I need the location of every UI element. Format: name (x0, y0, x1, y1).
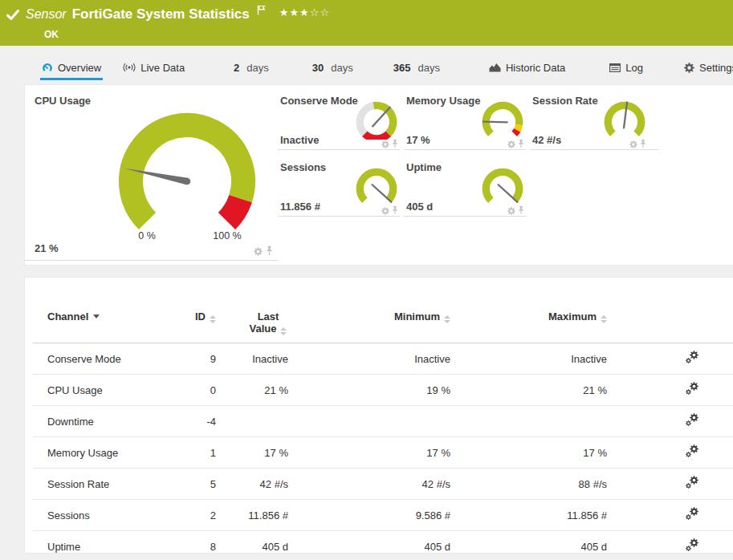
cpu-usage-title: CPU Usage (35, 95, 91, 107)
table-row: Conserve Mode 9 Inactive Inactive Inacti… (33, 343, 733, 375)
sessions-gauge (354, 166, 399, 206)
sort-toggle-icon[interactable] (280, 327, 287, 335)
flag-icon[interactable] (257, 3, 266, 19)
channel-id: 8 (184, 531, 216, 560)
sensor-header: Sensor FortiGate System Statistics ★★★☆☆… (0, 0, 733, 46)
channel-minimum: 19 % (288, 375, 450, 406)
table-row: Uptime 8 405 d 405 d 405 d (33, 531, 733, 560)
channel-last-value: 11.856 # (216, 500, 288, 531)
channel-name: Downtime (33, 406, 184, 437)
column-header-channel[interactable]: Channel (33, 278, 184, 343)
tab-bar: Overview Live Data 2days 30days 365days … (0, 46, 733, 80)
overview-panel: CPU Usage 0 % 100 % 21 % Conserve Mode I… (24, 84, 733, 266)
channel-minimum: 405 d (288, 531, 450, 560)
column-header-maximum[interactable]: Maximum (450, 278, 607, 343)
tab-log[interactable]: Log (608, 57, 645, 80)
table-row: Sessions 2 11.856 # 9.586 # 11.856 # (33, 500, 733, 531)
edit-channel-icon[interactable] (686, 382, 699, 396)
tab-30-days[interactable]: 30days (311, 57, 355, 80)
historic-chart-icon (489, 63, 501, 72)
channel-maximum: 17 % (450, 437, 607, 469)
tab-30-days-unit: days (331, 62, 352, 74)
stars-filled[interactable]: ★★★ (279, 6, 310, 18)
sort-toggle-icon[interactable] (210, 315, 216, 323)
channel-minimum: 42 #/s (288, 469, 450, 500)
stars-empty[interactable]: ☆☆ (310, 6, 330, 18)
gauge-pin-icon[interactable] (518, 205, 524, 215)
channel-table-body: Conserve Mode 9 Inactive Inactive Inacti… (33, 343, 733, 560)
sort-toggle-icon[interactable] (444, 315, 450, 323)
channel-last-value (216, 406, 288, 437)
gauge-pin-icon[interactable] (640, 139, 646, 148)
gauge-scale-max: 100 % (213, 230, 241, 241)
memory-usage-value: 17 % (406, 134, 430, 146)
object-kind-label: Sensor (26, 7, 67, 22)
tab-live-data[interactable]: Live Data (121, 57, 186, 80)
edit-channel-icon[interactable] (686, 413, 699, 427)
column-header-id[interactable]: ID (184, 278, 216, 343)
column-header-minimum[interactable]: Minimum (288, 278, 450, 343)
tab-2-days-unit: days (246, 62, 268, 74)
tab-365-days-number: 365 (393, 62, 411, 74)
tab-2-days-number: 2 (234, 62, 239, 74)
tab-settings[interactable]: Settings (682, 57, 733, 80)
cpu-usage-gauge: 0 % 100 % (107, 101, 267, 244)
conserve-mode-value: Inactive (280, 134, 319, 146)
tab-365-days[interactable]: 365days (392, 57, 442, 80)
sort-toggle-icon[interactable] (601, 315, 607, 323)
column-header-last-value-label: Last Value (250, 310, 279, 335)
memory-usage-title: Memory Usage (406, 95, 480, 107)
channel-last-value: Inactive (216, 343, 288, 375)
tab-365-days-unit: days (417, 62, 439, 74)
cpu-usage-tile: CPU Usage 0 % 100 % 21 % (25, 85, 278, 261)
sort-desc-icon[interactable] (93, 314, 100, 319)
table-row: Memory Usage 1 17 % 17 % 17 % (33, 437, 733, 469)
session-rate-tile: Session Rate 42 #/s (530, 91, 659, 150)
sessions-title: Sessions (280, 161, 326, 173)
table-header-row: Channel ID Last Value Minimum Maximum (33, 278, 733, 343)
uptime-title: Uptime (406, 161, 442, 173)
column-header-actions (607, 278, 733, 343)
channel-maximum (450, 406, 607, 437)
edit-channel-icon[interactable] (686, 444, 699, 458)
gauge-pin-icon[interactable] (392, 205, 398, 215)
gauge-settings-gear-icon[interactable] (381, 140, 389, 148)
status-badge: OK (44, 29, 59, 40)
channel-minimum: 17 % (288, 437, 450, 469)
channel-id: 2 (184, 500, 216, 531)
channel-name: Uptime (33, 531, 184, 560)
gauge-settings-gear-icon[interactable] (507, 207, 515, 215)
column-header-last-value[interactable]: Last Value (216, 278, 288, 343)
tab-2-days[interactable]: 2days (232, 57, 271, 80)
memory-usage-gauge (480, 99, 525, 140)
channel-minimum (288, 406, 450, 437)
gauge-pin-icon[interactable] (392, 139, 398, 148)
channel-name: Memory Usage (33, 437, 184, 469)
channel-last-value: 21 % (216, 375, 288, 406)
log-list-icon (609, 63, 621, 72)
edit-channel-icon[interactable] (686, 538, 699, 552)
sessions-value: 11.856 # (280, 201, 320, 213)
uptime-gauge (480, 166, 525, 206)
edit-channel-icon[interactable] (686, 476, 699, 489)
ok-check-icon (6, 9, 19, 23)
gauge-settings-gear-icon[interactable] (629, 140, 637, 148)
page-title: FortiGate System Statistics (72, 6, 250, 22)
channel-table-panel: Channel ID Last Value Minimum Maximum Co… (24, 277, 733, 554)
gauge-settings-gear-icon[interactable] (254, 247, 263, 256)
gauge-pin-icon[interactable] (518, 139, 524, 148)
edit-channel-icon[interactable] (686, 507, 699, 521)
gauge-settings-gear-icon[interactable] (507, 140, 515, 148)
conserve-mode-tile: Conserve Mode Inactive (278, 91, 400, 150)
gauge-pin-icon[interactable] (266, 246, 273, 256)
channel-last-value: 17 % (216, 437, 288, 469)
gauge-settings-gear-icon[interactable] (381, 207, 389, 215)
gauge-icon (42, 63, 53, 73)
priority-stars[interactable]: ★★★☆☆ (279, 6, 330, 18)
channel-minimum: Inactive (288, 343, 450, 375)
column-header-maximum-label: Maximum (548, 310, 597, 323)
tab-overview[interactable]: Overview (40, 57, 103, 80)
table-row: CPU Usage 0 21 % 19 % 21 % (33, 375, 733, 406)
tab-historic-data[interactable]: Historic Data (487, 57, 567, 80)
edit-channel-icon[interactable] (686, 351, 699, 364)
